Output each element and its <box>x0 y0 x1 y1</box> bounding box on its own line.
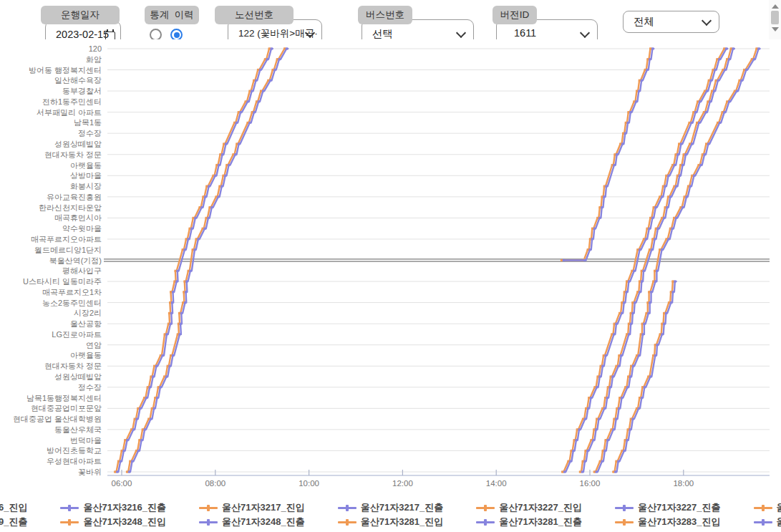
y-axis-stop-label: 성원상떼빌앞 <box>54 140 102 148</box>
scroll-up-icon[interactable] <box>772 4 779 9</box>
y-axis-stop-label: 현대중공업 울산대학병원 <box>13 415 102 423</box>
legend-item-label: 울산71자3248_진입 <box>83 516 166 528</box>
legend-item[interactable]: 울산71자3283_진입 <box>615 516 721 528</box>
legend-item[interactable]: 울산71자3217_진출 <box>338 501 444 514</box>
y-axis-stop-label: U스타시티 일동미라주 <box>23 277 102 286</box>
scrollbar-thumb[interactable] <box>771 11 779 24</box>
legend-line-marker-icon <box>615 507 634 509</box>
legend-item-label: 울산71자3216_진출 <box>83 501 166 514</box>
x-axis-tick-label: 12:00 <box>392 479 413 488</box>
filter-value: 전체 <box>634 15 654 29</box>
bus-field-label: 버스번호 <box>358 6 412 24</box>
y-axis-stop-label: 우성현대아파트 <box>47 457 102 465</box>
y-axis-stop-label: 월드메르디앙1단지 <box>34 246 102 254</box>
legend-line-marker-icon <box>476 521 495 523</box>
legend-item[interactable]: 울산71자3217_진입 <box>199 501 305 514</box>
y-axis-stop-label: 연암 <box>86 341 102 349</box>
y-axis-stop-label: 정수장 <box>78 129 102 137</box>
legend-item[interactable]: 울산71자3283_진출 <box>754 516 781 528</box>
bus-trajectory-chart: 120화암방어동 행정복지센터일산해수욕장동부경찰서전하1동주민센터서부패밀리 … <box>0 39 781 501</box>
y-axis-stop-label: 매곡푸르지오아파트 <box>31 235 102 243</box>
x-axis-tick-label: 06:00 <box>112 479 132 488</box>
y-axis-stop-label: 120 <box>89 44 102 53</box>
legend-item-label: 울산71자3281_진출 <box>499 516 582 528</box>
legend-item-label: 울산71자3217_진출 <box>361 501 444 514</box>
legend-item-label: 울산71자3227_진입 <box>499 501 582 514</box>
version-field-label: 버전ID <box>493 6 537 24</box>
legend-line-marker-icon <box>754 521 772 523</box>
radio-history[interactable] <box>170 29 183 39</box>
legend-line-marker-icon <box>199 521 218 523</box>
y-axis-stop-label: 매곡휴먼시아 <box>54 213 102 222</box>
y-axis-stop-label: 화암 <box>86 55 102 64</box>
chevron-down-icon <box>456 28 466 38</box>
version-value: 1611 <box>514 27 536 39</box>
y-axis-stop-label: 농소2동주민센터 <box>42 299 102 307</box>
legend-item[interactable]: 울산71자3281_진출 <box>476 516 582 528</box>
y-axis-stop-label: 현대자동차 정문 <box>44 362 102 370</box>
legend-item-label: 울산71자3216_진입 <box>0 501 27 514</box>
mode-field-label: 통계 이력 <box>145 6 199 24</box>
y-axis-stop-label: 유아교육진흥원 <box>47 193 102 201</box>
date-value[interactable]: 2023-02-15 <box>56 29 109 39</box>
mode-option-history-label: 이력 <box>175 9 194 20</box>
radio-statistics[interactable] <box>150 29 162 39</box>
legend-line-marker-icon <box>60 507 79 509</box>
legend-item-label: 울산71자3217_진입 <box>222 501 305 514</box>
legend-item[interactable]: 울산71자3216_진출 <box>60 501 166 514</box>
legend-line-marker-icon <box>199 507 218 509</box>
legend-item[interactable]: 울산71자3248_진출 <box>199 516 305 528</box>
legend-item[interactable]: 울산71자3248_진입 <box>60 516 166 528</box>
date-field-label: 운행일자 <box>41 6 120 24</box>
y-axis-stop-label: 한라신천지타운앞 <box>39 203 102 212</box>
legend-line-marker-icon <box>338 507 356 509</box>
scroll-down-icon[interactable] <box>772 27 779 32</box>
legend-row: 울산71자3216_진입울산71자3216_진출울산71자3217_진입울산71… <box>0 501 781 514</box>
y-axis-stop-label: 서부패밀리 아파트 <box>37 108 102 117</box>
mode-option-statistics-label: 통계 <box>150 9 169 20</box>
legend-line-marker-icon <box>476 507 495 509</box>
x-axis-tick-label: 10:00 <box>299 479 319 488</box>
y-axis-stop-label: 울산공항 <box>70 319 102 328</box>
legend-item[interactable]: 울산71자3229_진출 <box>0 516 27 528</box>
legend-item[interactable]: 울산71자3229_진입 <box>754 501 781 514</box>
y-axis-stop-label: 북울산역(기점) <box>49 256 102 265</box>
y-axis-stop-label: 방어진초등학교 <box>47 446 102 455</box>
legend-item[interactable]: 울산71자3281_진입 <box>338 516 444 528</box>
legend-item[interactable]: 울산71자3227_진출 <box>615 501 721 514</box>
filter-toolbar: 운행일자 2023-02-15 통계 이력 노선번호 122 (꽃바위>매곡· … <box>0 0 781 39</box>
x-axis-tick-label: 08:00 <box>205 479 225 488</box>
legend-line-marker-icon <box>60 521 79 523</box>
chevron-down-icon <box>580 28 590 38</box>
x-axis-tick-label: 18:00 <box>673 479 694 488</box>
legend-item-label: 울산71자3281_진입 <box>361 516 444 528</box>
legend-item-label: 울산71자3227_진출 <box>638 501 721 514</box>
legend-line-marker-icon <box>615 521 634 523</box>
y-axis-stop-label: 일산해수욕장 <box>54 76 102 84</box>
route-field-label: 노선번호 <box>215 6 294 24</box>
trajectory-plot: 120화암방어동 행정복지센터일산해수욕장동부경찰서전하1동주민센터서부패밀리 … <box>0 39 781 501</box>
legend-item[interactable]: 울산71자3216_진입 <box>0 501 27 514</box>
legend-item-label: 울산71자3248_진출 <box>222 516 305 528</box>
y-axis-stop-label: 방어동 행정복지센터 <box>29 66 102 74</box>
y-axis-stop-label: 현대자동차 정문 <box>44 150 102 159</box>
y-axis-stop-label: 동울산우체국 <box>54 425 102 434</box>
legend-item[interactable]: 울산71자3227_진입 <box>476 501 582 514</box>
legend-line-marker-icon <box>338 521 356 523</box>
y-axis-stop-label: 동부경찰서 <box>62 87 102 95</box>
legend-line-marker-icon <box>754 507 772 509</box>
y-axis-stop-label: 매곡푸르지오1차 <box>42 288 102 296</box>
chevron-down-icon <box>702 16 712 26</box>
filter-select[interactable]: 전체 <box>623 11 719 33</box>
bus-value: 선택 <box>372 27 393 39</box>
y-axis-stop-label: 화봉시장 <box>70 182 102 190</box>
toolbar-scrollbar[interactable] <box>769 0 781 39</box>
y-axis-stop-label: 약수윗마을 <box>62 224 102 233</box>
y-axis-stop-label: 상방마을 <box>70 171 102 180</box>
y-axis-stop-label: 남목1동 <box>74 118 102 127</box>
legend-item-label: 울산71자3229_진출 <box>0 516 27 528</box>
y-axis-stop-label: 남목1동행정복지센터 <box>26 394 102 402</box>
legend-item-label: 울산71자3283_진출 <box>777 516 781 528</box>
y-axis-stop-label: 전하1동주민센터 <box>42 97 102 106</box>
calendar-icon[interactable] <box>105 32 115 39</box>
